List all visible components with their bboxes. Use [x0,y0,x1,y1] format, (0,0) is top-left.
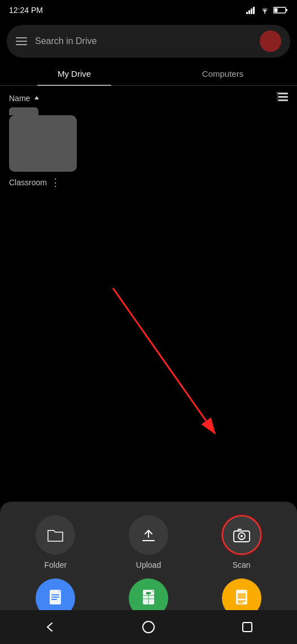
nav-bar [0,610,297,644]
svg-point-16 [241,535,243,537]
scan-label: Scan [233,560,251,569]
folder-circle [36,515,75,555]
svg-point-4 [264,12,265,14]
sort-bar: Name [0,86,297,111]
battery-icon [273,6,288,14]
red-arrow [0,282,297,452]
action-folder[interactable]: Folder [11,515,100,569]
status-icons [246,6,288,14]
upload-circle [129,515,168,555]
search-placeholder: Search in Drive [35,36,252,46]
status-bar: 12:24 PM [0,0,297,20]
action-scan[interactable]: Scan [197,515,286,569]
recents-button[interactable] [233,613,261,641]
avatar[interactable] [260,31,281,52]
svg-rect-2 [251,8,252,14]
scan-icon [233,526,251,543]
folder-icon [9,115,77,172]
list-view-icon[interactable] [277,93,288,104]
menu-icon[interactable] [16,37,27,45]
upload-label: Upload [136,560,161,569]
folder-label-row: Classroom ⋮ [9,176,82,189]
google-slides-icon [234,589,250,608]
sort-asc-icon [33,95,40,102]
signal-icon [246,6,256,14]
home-button[interactable] [134,613,163,641]
sort-label[interactable]: Name [9,94,40,103]
tab-my-drive[interactable]: My Drive [0,62,148,85]
tabs: My Drive Computers [0,62,297,86]
svg-rect-30 [238,602,243,603]
svg-rect-29 [238,601,246,602]
upload-icon [141,526,156,544]
svg-rect-3 [253,7,255,14]
folder-label: Folder [44,560,67,569]
svg-line-13 [113,288,206,421]
svg-rect-11 [277,93,278,101]
bottom-sheet: Folder Upload [0,502,297,644]
folder-item[interactable]: Classroom ⋮ [9,115,82,189]
search-bar[interactable]: Search in Drive [7,25,290,58]
folder-more-button[interactable]: ⋮ [50,176,61,189]
status-time: 12:24 PM [9,6,43,15]
svg-rect-32 [243,623,252,632]
svg-point-31 [143,621,154,633]
google-sheets-icon [141,589,156,608]
svg-rect-18 [51,594,59,595]
action-upload[interactable]: Upload [104,515,193,569]
svg-rect-7 [274,8,278,12]
google-docs-icon [47,589,63,608]
svg-rect-0 [246,12,248,14]
wifi-icon [260,6,270,14]
svg-rect-28 [238,593,246,599]
back-button[interactable] [36,613,64,641]
svg-rect-6 [286,9,287,11]
tab-computers[interactable]: Computers [148,62,297,85]
folder-icon-svg [47,527,64,543]
svg-rect-1 [248,10,250,14]
svg-rect-20 [51,599,57,600]
svg-rect-26 [146,592,148,594]
svg-rect-19 [51,597,59,598]
scan-circle [222,515,261,555]
folder-name: Classroom [9,178,47,187]
file-list: Classroom ⋮ [0,111,297,193]
